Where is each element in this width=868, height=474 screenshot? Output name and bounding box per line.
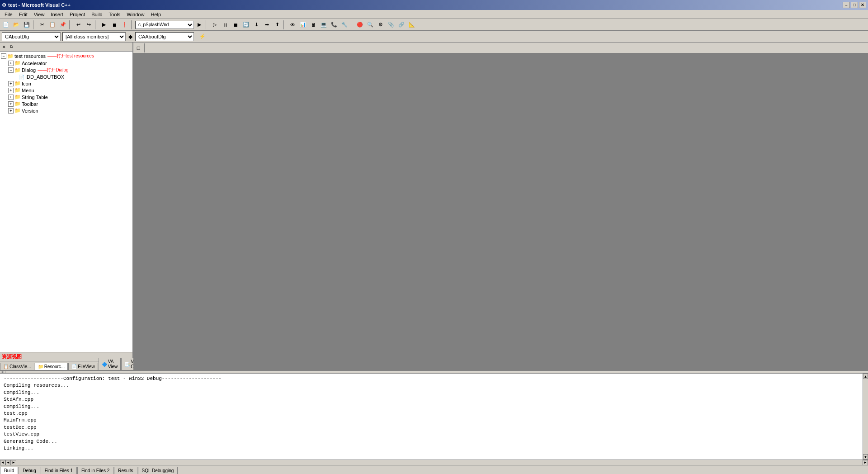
tab-classview[interactable]: 📋 ClassVie... bbox=[0, 363, 34, 370]
redo-button[interactable]: ↪ bbox=[84, 20, 94, 30]
bottom-hscroll[interactable]: ◄ ◄ ► ► bbox=[0, 460, 868, 465]
tree-version[interactable]: + 📁 Version bbox=[1, 107, 132, 114]
toolbar-expand-icon[interactable]: + bbox=[8, 101, 14, 107]
combo-go-button[interactable]: ▶ bbox=[194, 20, 204, 30]
copy-button[interactable]: 📋 bbox=[47, 20, 57, 30]
editor-canvas[interactable] bbox=[133, 53, 868, 370]
menu-edit[interactable]: Edit bbox=[16, 11, 30, 18]
tree-root[interactable]: − 📁 test resources ——打开test resources bbox=[1, 52, 132, 60]
call-button[interactable]: 📞 bbox=[329, 20, 339, 30]
output-scrollbar[interactable]: ▲ ▼ bbox=[863, 374, 868, 460]
dialog-folder-icon: 📁 bbox=[14, 67, 21, 73]
tree-accelerator[interactable]: + 📁 Accelerator bbox=[1, 60, 132, 66]
icon-expand-icon[interactable]: + bbox=[8, 81, 14, 86]
dialog-expand-icon[interactable]: − bbox=[8, 67, 14, 73]
new-button[interactable]: 📄 bbox=[1, 20, 11, 30]
open-button[interactable]: 📂 bbox=[11, 20, 21, 30]
resource-view-text: 资源视图 bbox=[2, 353, 22, 360]
regs-button[interactable]: 🖩 bbox=[308, 20, 318, 30]
scrollbar-track bbox=[863, 379, 868, 454]
tab-vaview[interactable]: 🔷 VA View bbox=[99, 358, 121, 370]
debug-run[interactable]: ▷ bbox=[210, 20, 220, 30]
toolbar-separator-5 bbox=[206, 20, 208, 29]
stop-button[interactable]: ⏹ bbox=[109, 20, 119, 30]
menu-project[interactable]: Project bbox=[67, 11, 88, 18]
menu-build[interactable]: Build bbox=[89, 11, 105, 18]
find-button[interactable]: 🔍 bbox=[365, 20, 375, 30]
tree-menu[interactable]: + 📁 Menu bbox=[1, 87, 132, 94]
extra4-button[interactable]: 📐 bbox=[407, 20, 417, 30]
menu-tools[interactable]: Tools bbox=[106, 11, 123, 18]
debug-restart[interactable]: 🔄 bbox=[241, 20, 251, 30]
nav-next[interactable]: ► bbox=[11, 460, 16, 465]
string-table-expand-icon[interactable]: + bbox=[8, 95, 14, 100]
excl-button[interactable]: ❗ bbox=[120, 20, 130, 30]
output-line-11: Linking... bbox=[4, 445, 859, 452]
tab-resourceview[interactable]: 📁 Resourc... bbox=[35, 363, 68, 370]
version-expand-icon[interactable]: + bbox=[8, 108, 14, 114]
menu-insert[interactable]: Insert bbox=[48, 11, 66, 18]
tab-find-in-files-2[interactable]: Find in Files 2 bbox=[77, 467, 113, 474]
context-go-button[interactable]: ⚡ bbox=[198, 32, 208, 42]
panel-close-button[interactable]: ✕ bbox=[1, 44, 7, 50]
toolbar-separator-2 bbox=[69, 20, 72, 29]
tree-icon[interactable]: + 📁 Icon bbox=[1, 80, 132, 87]
debug-stop[interactable]: ⏹ bbox=[231, 20, 241, 30]
nav-prev[interactable]: ◄ bbox=[5, 460, 11, 465]
bp-button[interactable]: 🔴 bbox=[355, 20, 365, 30]
workspace: ✕ ⧉ − 📁 test resources ——打开test resource… bbox=[0, 43, 868, 370]
menu-help[interactable]: Help bbox=[148, 11, 164, 18]
class-context-combo[interactable]: CAboutDlg bbox=[2, 32, 61, 41]
editor-btn-1[interactable]: □ bbox=[134, 44, 142, 52]
scrollbar-up[interactable]: ▲ bbox=[863, 374, 868, 379]
step-over[interactable]: ➡ bbox=[262, 20, 272, 30]
member2-combo[interactable]: CAAboutDlg bbox=[135, 32, 194, 41]
menu-window[interactable]: Window bbox=[124, 11, 147, 18]
right-panel: □ bbox=[133, 43, 868, 370]
menu-expand-icon[interactable]: + bbox=[8, 88, 14, 93]
watch-button[interactable]: 👁 bbox=[288, 20, 297, 30]
hscroll-right[interactable]: ► bbox=[863, 460, 868, 465]
accelerator-expand-icon[interactable]: + bbox=[8, 61, 14, 66]
tree-idd-aboutbox[interactable]: 📄 IDD_ABOUTBOX bbox=[1, 74, 132, 80]
members-combo[interactable]: [All class members] bbox=[62, 32, 126, 41]
hscroll-left[interactable]: ◄ bbox=[0, 460, 5, 465]
tab-find-in-files-1[interactable]: Find in Files 1 bbox=[41, 467, 77, 474]
hscroll-track: ◄ ► bbox=[5, 460, 863, 465]
tree-string-table[interactable]: + 📁 String Table bbox=[1, 94, 132, 100]
vars-button[interactable]: 📊 bbox=[298, 20, 308, 30]
disasm-button[interactable]: 🔧 bbox=[340, 20, 349, 30]
close-button[interactable]: ✕ bbox=[859, 2, 866, 8]
minimize-button[interactable]: – bbox=[843, 2, 850, 8]
tab-build[interactable]: Build bbox=[0, 467, 18, 474]
tree-toolbar[interactable]: + 📁 Toolbar bbox=[1, 100, 132, 107]
extra1-button[interactable]: ⚙ bbox=[376, 20, 386, 30]
tab-debug[interactable]: Debug bbox=[19, 467, 40, 474]
save-button[interactable]: 💾 bbox=[22, 20, 32, 30]
menu-file[interactable]: File bbox=[2, 11, 15, 18]
build-button[interactable]: ▶ bbox=[99, 20, 109, 30]
panel-float-button[interactable]: ⧉ bbox=[8, 44, 14, 50]
menu-view[interactable]: View bbox=[31, 11, 47, 18]
title-controls: – □ ✕ bbox=[843, 2, 866, 8]
maximize-button[interactable]: □ bbox=[851, 2, 858, 8]
mem-button[interactable]: 💻 bbox=[319, 20, 329, 30]
undo-button[interactable]: ↩ bbox=[73, 20, 83, 30]
tab-fileview[interactable]: 📄 FileView bbox=[68, 363, 98, 370]
extra2-button[interactable]: 📎 bbox=[386, 20, 396, 30]
cut-button[interactable]: ✂ bbox=[37, 20, 47, 30]
root-expand-icon[interactable]: − bbox=[1, 53, 6, 59]
output-line-2: Compiling resources... bbox=[4, 382, 859, 389]
tab-sql-debugging[interactable]: SQL Debugging bbox=[138, 467, 178, 474]
scrollbar-down[interactable]: ▼ bbox=[863, 454, 868, 460]
step-out[interactable]: ⬆ bbox=[272, 20, 282, 30]
tab-results[interactable]: Results bbox=[114, 467, 137, 474]
extra3-button[interactable]: 🔗 bbox=[396, 20, 406, 30]
output-area[interactable]: --------------------Configuration: test … bbox=[0, 374, 863, 460]
debug-pause[interactable]: ⏸ bbox=[220, 20, 230, 30]
paste-button[interactable]: 📌 bbox=[58, 20, 68, 30]
version-label: Version bbox=[22, 108, 38, 114]
step-in[interactable]: ⬇ bbox=[251, 20, 261, 30]
tree-dialog[interactable]: − 📁 Dialog ——打开Dialog bbox=[1, 66, 132, 74]
class-combo[interactable]: c_pSplashWnd bbox=[135, 21, 194, 29]
